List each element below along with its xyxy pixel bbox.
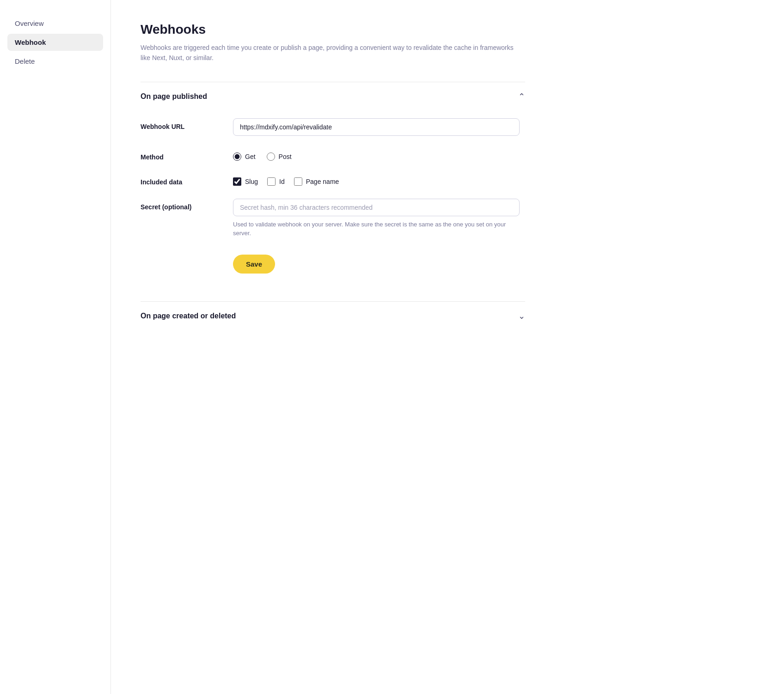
included-data-slug-label[interactable]: Slug: [233, 177, 258, 186]
included-data-pagename-label[interactable]: Page name: [294, 177, 339, 186]
method-post-label[interactable]: Post: [267, 152, 292, 161]
form-row-included-data: Included data Slug Id Page name: [141, 174, 525, 186]
webhook-url-label: Webhook URL: [141, 118, 233, 130]
section-body-on-page-published: Webhook URL Method Get Post: [141, 111, 525, 301]
sidebar-item-delete[interactable]: Delete: [7, 53, 103, 70]
secret-control: Used to validate webhook on your server.…: [233, 199, 525, 238]
method-get-label[interactable]: Get: [233, 152, 256, 161]
method-radio-group: Get Post: [233, 149, 525, 161]
form-row-webhook-url: Webhook URL: [141, 118, 525, 136]
save-button[interactable]: Save: [233, 255, 275, 274]
method-get-text: Get: [245, 153, 256, 160]
webhook-url-input[interactable]: [233, 118, 520, 136]
included-data-id-text: Id: [279, 178, 285, 185]
page-description: Webhooks are triggered each time you cre…: [141, 43, 520, 63]
section-on-page-created-or-deleted: On page created or deleted ⌄: [141, 301, 525, 330]
sidebar-item-overview[interactable]: Overview: [7, 15, 103, 32]
secret-helper-text: Used to validate webhook on your server.…: [233, 220, 520, 238]
section-title-on-page-created-or-deleted: On page created or deleted: [141, 312, 236, 320]
included-data-id-label[interactable]: Id: [267, 177, 285, 186]
method-get-radio[interactable]: [233, 152, 241, 161]
save-button-container: Save: [233, 251, 525, 274]
included-data-slug-text: Slug: [245, 178, 258, 185]
section-title-on-page-published: On page published: [141, 92, 207, 101]
section-header-on-page-published[interactable]: On page published ⌃: [141, 82, 525, 111]
included-data-pagename-text: Page name: [306, 178, 339, 185]
webhook-url-control: [233, 118, 525, 136]
included-data-id-checkbox[interactable]: [267, 177, 276, 186]
form-row-secret: Secret (optional) Used to validate webho…: [141, 199, 525, 238]
secret-input[interactable]: [233, 199, 520, 216]
secret-label: Secret (optional): [141, 199, 233, 211]
included-data-checkbox-group: Slug Id Page name: [233, 174, 525, 186]
chevron-up-icon: ⌃: [518, 91, 525, 102]
sidebar: Overview Webhook Delete: [0, 0, 111, 694]
form-row-save: Save: [141, 251, 525, 274]
chevron-down-icon: ⌄: [518, 311, 525, 321]
form-row-method: Method Get Post: [141, 149, 525, 161]
section-on-page-published: On page published ⌃ Webhook URL Method G…: [141, 82, 525, 301]
method-label: Method: [141, 149, 233, 161]
sidebar-item-webhook[interactable]: Webhook: [7, 34, 103, 51]
section-header-on-page-created-or-deleted[interactable]: On page created or deleted ⌄: [141, 302, 525, 330]
main-content: Webhooks Webhooks are triggered each tim…: [111, 0, 555, 694]
included-data-slug-checkbox[interactable]: [233, 177, 241, 186]
method-post-text: Post: [279, 153, 292, 160]
included-data-pagename-checkbox[interactable]: [294, 177, 302, 186]
included-data-label: Included data: [141, 174, 233, 186]
method-post-radio[interactable]: [267, 152, 275, 161]
page-title: Webhooks: [141, 22, 525, 37]
